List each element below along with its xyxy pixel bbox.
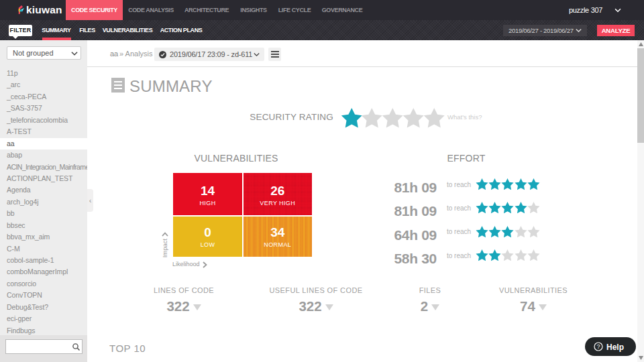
svg-text:?: ? — [596, 343, 600, 350]
